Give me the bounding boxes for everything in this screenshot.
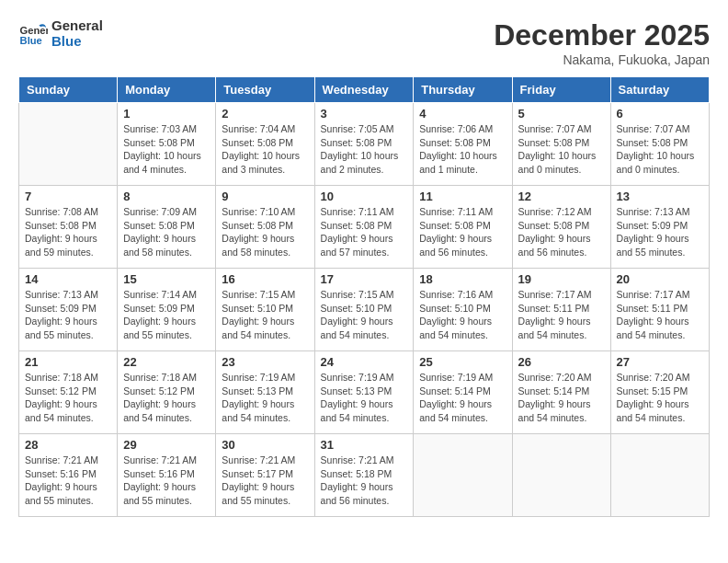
day-number: 24 bbox=[321, 355, 408, 369]
day-number: 16 bbox=[222, 272, 308, 286]
day-number: 6 bbox=[617, 107, 703, 121]
day-info: Sunrise: 7:04 AMSunset: 5:08 PMDaylight:… bbox=[222, 122, 308, 177]
day-info: Sunrise: 7:07 AMSunset: 5:08 PMDaylight:… bbox=[518, 122, 605, 177]
day-number: 30 bbox=[222, 438, 308, 452]
table-row: 11Sunrise: 7:11 AMSunset: 5:08 PMDayligh… bbox=[414, 186, 512, 269]
col-sunday: Sunday bbox=[19, 77, 118, 103]
table-row: 1Sunrise: 7:03 AMSunset: 5:08 PMDaylight… bbox=[118, 103, 216, 186]
day-info: Sunrise: 7:13 AMSunset: 5:09 PMDaylight:… bbox=[617, 205, 703, 259]
table-row: 19Sunrise: 7:17 AMSunset: 5:11 PMDayligh… bbox=[512, 269, 610, 351]
day-info: Sunrise: 7:11 AMSunset: 5:08 PMDaylight:… bbox=[321, 205, 408, 259]
day-info: Sunrise: 7:17 AMSunset: 5:11 PMDaylight:… bbox=[617, 288, 703, 342]
col-friday: Friday bbox=[512, 77, 610, 103]
table-row: 29Sunrise: 7:21 AMSunset: 5:16 PMDayligh… bbox=[118, 434, 216, 517]
day-info: Sunrise: 7:08 AMSunset: 5:08 PMDaylight:… bbox=[25, 205, 111, 259]
table-row: 7Sunrise: 7:08 AMSunset: 5:08 PMDaylight… bbox=[19, 186, 118, 269]
table-row bbox=[610, 434, 709, 517]
table-row: 28Sunrise: 7:21 AMSunset: 5:16 PMDayligh… bbox=[19, 434, 118, 517]
table-row: 16Sunrise: 7:15 AMSunset: 5:10 PMDayligh… bbox=[216, 269, 314, 351]
col-thursday: Thursday bbox=[414, 77, 512, 103]
day-info: Sunrise: 7:21 AMSunset: 5:17 PMDaylight:… bbox=[222, 454, 308, 508]
table-row: 2Sunrise: 7:04 AMSunset: 5:08 PMDaylight… bbox=[216, 103, 314, 186]
day-number: 13 bbox=[617, 190, 703, 203]
table-row bbox=[512, 434, 610, 517]
day-info: Sunrise: 7:19 AMSunset: 5:14 PMDaylight:… bbox=[419, 371, 506, 425]
table-row: 27Sunrise: 7:20 AMSunset: 5:15 PMDayligh… bbox=[610, 351, 709, 434]
day-number: 5 bbox=[518, 107, 605, 121]
day-number: 3 bbox=[321, 107, 408, 121]
day-number: 28 bbox=[25, 438, 111, 452]
day-info: Sunrise: 7:21 AMSunset: 5:18 PMDaylight:… bbox=[321, 454, 408, 508]
logo-line1: General bbox=[51, 18, 103, 34]
day-info: Sunrise: 7:09 AMSunset: 5:08 PMDaylight:… bbox=[123, 205, 210, 259]
logo: General Blue General Blue bbox=[18, 18, 103, 49]
day-info: Sunrise: 7:21 AMSunset: 5:16 PMDaylight:… bbox=[25, 454, 111, 508]
day-info: Sunrise: 7:11 AMSunset: 5:08 PMDaylight:… bbox=[419, 205, 506, 259]
table-row bbox=[414, 434, 512, 517]
day-number: 9 bbox=[222, 190, 308, 203]
calendar-header-row: Sunday Monday Tuesday Wednesday Thursday… bbox=[19, 77, 710, 103]
table-row: 14Sunrise: 7:13 AMSunset: 5:09 PMDayligh… bbox=[19, 269, 118, 351]
day-number: 18 bbox=[419, 272, 506, 286]
day-number: 17 bbox=[321, 272, 408, 286]
table-row: 25Sunrise: 7:19 AMSunset: 5:14 PMDayligh… bbox=[414, 351, 512, 434]
table-row: 5Sunrise: 7:07 AMSunset: 5:08 PMDaylight… bbox=[512, 103, 610, 186]
day-number: 12 bbox=[518, 190, 605, 203]
day-number: 31 bbox=[321, 438, 408, 452]
day-info: Sunrise: 7:16 AMSunset: 5:10 PMDaylight:… bbox=[419, 288, 506, 342]
month-title: December 2025 bbox=[494, 18, 710, 52]
page-header: General Blue General Blue December 2025 … bbox=[18, 18, 710, 67]
calendar-week-5: 28Sunrise: 7:21 AMSunset: 5:16 PMDayligh… bbox=[19, 434, 710, 517]
table-row: 21Sunrise: 7:18 AMSunset: 5:12 PMDayligh… bbox=[19, 351, 118, 434]
day-number: 2 bbox=[222, 107, 308, 121]
col-monday: Monday bbox=[118, 77, 216, 103]
day-info: Sunrise: 7:15 AMSunset: 5:10 PMDaylight:… bbox=[222, 288, 308, 342]
day-info: Sunrise: 7:10 AMSunset: 5:08 PMDaylight:… bbox=[222, 205, 308, 259]
table-row: 20Sunrise: 7:17 AMSunset: 5:11 PMDayligh… bbox=[610, 269, 709, 351]
day-info: Sunrise: 7:21 AMSunset: 5:16 PMDaylight:… bbox=[123, 454, 210, 508]
day-info: Sunrise: 7:18 AMSunset: 5:12 PMDaylight:… bbox=[25, 371, 111, 425]
title-block: December 2025 Nakama, Fukuoka, Japan bbox=[494, 18, 710, 67]
calendar-week-2: 7Sunrise: 7:08 AMSunset: 5:08 PMDaylight… bbox=[19, 186, 710, 269]
day-info: Sunrise: 7:05 AMSunset: 5:08 PMDaylight:… bbox=[321, 122, 408, 177]
day-number: 21 bbox=[25, 355, 111, 369]
table-row: 31Sunrise: 7:21 AMSunset: 5:18 PMDayligh… bbox=[314, 434, 414, 517]
day-number: 27 bbox=[617, 355, 703, 369]
logo-line2: Blue bbox=[51, 34, 103, 50]
table-row: 12Sunrise: 7:12 AMSunset: 5:08 PMDayligh… bbox=[512, 186, 610, 269]
table-row: 15Sunrise: 7:14 AMSunset: 5:09 PMDayligh… bbox=[118, 269, 216, 351]
table-row: 24Sunrise: 7:19 AMSunset: 5:13 PMDayligh… bbox=[314, 351, 414, 434]
day-number: 1 bbox=[123, 107, 210, 121]
table-row: 17Sunrise: 7:15 AMSunset: 5:10 PMDayligh… bbox=[314, 269, 414, 351]
day-info: Sunrise: 7:19 AMSunset: 5:13 PMDaylight:… bbox=[222, 371, 308, 425]
table-row: 26Sunrise: 7:20 AMSunset: 5:14 PMDayligh… bbox=[512, 351, 610, 434]
day-number: 7 bbox=[25, 190, 111, 203]
day-number: 14 bbox=[25, 272, 111, 286]
calendar-table: Sunday Monday Tuesday Wednesday Thursday… bbox=[18, 76, 710, 517]
day-info: Sunrise: 7:07 AMSunset: 5:08 PMDaylight:… bbox=[617, 122, 703, 177]
day-info: Sunrise: 7:14 AMSunset: 5:09 PMDaylight:… bbox=[123, 288, 210, 342]
col-wednesday: Wednesday bbox=[314, 77, 414, 103]
day-number: 26 bbox=[518, 355, 605, 369]
day-number: 23 bbox=[222, 355, 308, 369]
calendar-week-3: 14Sunrise: 7:13 AMSunset: 5:09 PMDayligh… bbox=[19, 269, 710, 351]
col-saturday: Saturday bbox=[610, 77, 709, 103]
day-number: 4 bbox=[419, 107, 506, 121]
day-number: 22 bbox=[123, 355, 210, 369]
day-number: 19 bbox=[518, 272, 605, 286]
calendar-week-4: 21Sunrise: 7:18 AMSunset: 5:12 PMDayligh… bbox=[19, 351, 710, 434]
col-tuesday: Tuesday bbox=[216, 77, 314, 103]
day-number: 11 bbox=[419, 190, 506, 203]
day-info: Sunrise: 7:12 AMSunset: 5:08 PMDaylight:… bbox=[518, 205, 605, 259]
day-info: Sunrise: 7:15 AMSunset: 5:10 PMDaylight:… bbox=[321, 288, 408, 342]
logo-icon: General Blue bbox=[18, 19, 48, 49]
day-info: Sunrise: 7:18 AMSunset: 5:12 PMDaylight:… bbox=[123, 371, 210, 425]
svg-text:Blue: Blue bbox=[20, 35, 42, 46]
table-row: 23Sunrise: 7:19 AMSunset: 5:13 PMDayligh… bbox=[216, 351, 314, 434]
svg-text:General: General bbox=[20, 25, 48, 36]
day-number: 25 bbox=[419, 355, 506, 369]
day-info: Sunrise: 7:19 AMSunset: 5:13 PMDaylight:… bbox=[321, 371, 408, 425]
table-row: 30Sunrise: 7:21 AMSunset: 5:17 PMDayligh… bbox=[216, 434, 314, 517]
day-info: Sunrise: 7:03 AMSunset: 5:08 PMDaylight:… bbox=[123, 122, 210, 177]
day-number: 15 bbox=[123, 272, 210, 286]
